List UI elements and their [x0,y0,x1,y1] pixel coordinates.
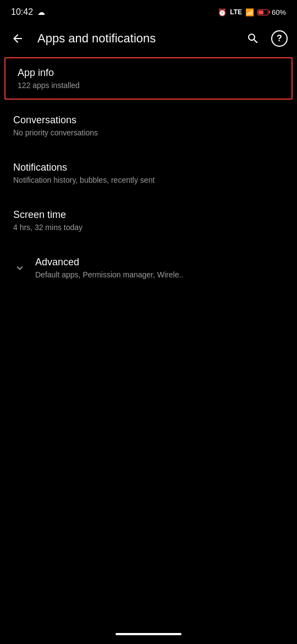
menu-item-notifications-subtitle: Notification history, bubbles, recently … [13,176,284,184]
menu-item-app-info-subtitle: 122 apps installed [18,81,279,90]
app-bar-actions: ? [242,28,290,50]
menu-item-advanced-subtitle: Default apps, Permission manager, Wirele… [35,270,284,279]
back-button[interactable] [7,28,29,50]
divider-1 [0,102,297,102]
divider-3 [0,197,297,197]
menu-item-app-info[interactable]: App info 122 apps installed [4,57,293,100]
menu-item-app-info-title: App info [18,67,279,79]
home-indicator [116,633,182,635]
app-bar: Apps and notifications ? [0,22,297,55]
menu-item-screen-time-subtitle: 4 hrs, 32 mins today [13,223,284,232]
status-left: 10:42 ☁ [11,7,45,17]
menu-item-screen-time[interactable]: Screen time 4 hrs, 32 mins today [0,199,297,242]
menu-item-app-info-content: App info 122 apps installed [18,67,279,90]
search-button[interactable] [242,28,264,50]
status-time: 10:42 [11,7,33,17]
status-bar: 10:42 ☁ ⏰ LTE 📶 60% [0,0,297,22]
menu-item-notifications[interactable]: Notifications Notification history, bubb… [0,152,297,194]
menu-item-conversations[interactable]: Conversations No priority conversations [0,105,297,147]
battery-percent: 60% [272,8,286,17]
menu-item-screen-time-title: Screen time [13,209,284,221]
chevron-down-icon [13,262,26,274]
battery-icon [257,9,268,15]
help-icon: ? [271,30,288,47]
menu-item-screen-time-content: Screen time 4 hrs, 32 mins today [13,209,284,232]
alarm-icon: ⏰ [218,8,227,17]
menu-list: App info 122 apps installed Conversation… [0,57,297,289]
menu-item-conversations-title: Conversations [13,114,284,126]
signal-icon: 📶 [245,8,254,17]
menu-item-advanced-content: Advanced Default apps, Permission manage… [35,256,284,279]
menu-item-advanced-title: Advanced [35,256,284,268]
lte-label: LTE [230,8,242,16]
page-title: Apps and notifications [37,31,233,46]
divider-2 [0,149,297,150]
menu-item-conversations-subtitle: No priority conversations [13,128,284,137]
cloud-icon: ☁ [37,8,45,17]
menu-item-advanced[interactable]: Advanced Default apps, Permission manage… [0,247,297,289]
divider-4 [0,244,297,244]
menu-item-conversations-content: Conversations No priority conversations [13,114,284,137]
menu-item-notifications-content: Notifications Notification history, bubb… [13,162,284,184]
status-right: ⏰ LTE 📶 60% [218,8,286,17]
help-button[interactable]: ? [268,28,290,50]
menu-item-notifications-title: Notifications [13,162,284,173]
